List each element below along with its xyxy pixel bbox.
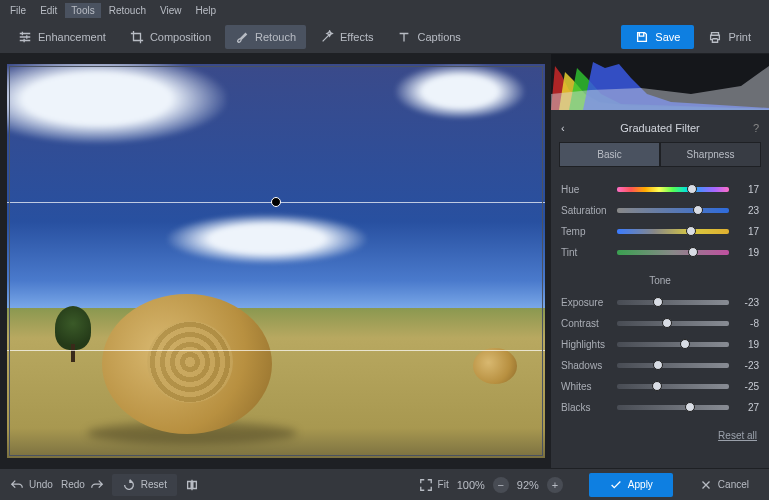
slider-thumb[interactable]	[686, 226, 696, 236]
slider-thumb[interactable]	[688, 247, 698, 257]
compare-icon	[185, 478, 199, 492]
slider-label: Shadows	[561, 360, 611, 371]
slider-value: 17	[735, 184, 759, 195]
slider-value: 17	[735, 226, 759, 237]
menu-view[interactable]: View	[154, 3, 188, 18]
slider-thumb[interactable]	[653, 360, 663, 370]
slider-thumb[interactable]	[687, 184, 697, 194]
slider-exposure: Exposure-23	[561, 292, 759, 313]
effects-tab[interactable]: Effects	[310, 25, 383, 49]
side-panel: ‹ Graduated Filter ? BasicSharpness Hue1…	[551, 54, 769, 468]
retouch-label: Retouch	[255, 31, 296, 43]
redo-button[interactable]: Redo	[61, 478, 104, 492]
captions-tab[interactable]: Captions	[387, 25, 470, 49]
slider-thumb[interactable]	[693, 205, 703, 215]
slider-track[interactable]	[617, 300, 729, 305]
menu-edit[interactable]: Edit	[34, 3, 63, 18]
save-button[interactable]: Save	[621, 25, 694, 49]
composition-tab[interactable]: Composition	[120, 25, 221, 49]
help-button[interactable]: ?	[753, 122, 759, 134]
reset-icon	[122, 478, 136, 492]
zoom-in-button[interactable]: +	[547, 477, 563, 493]
histogram[interactable]	[551, 54, 769, 110]
cancel-button[interactable]: Cancel	[687, 473, 761, 497]
slider-value: 19	[735, 339, 759, 350]
slider-track[interactable]	[617, 363, 729, 368]
back-button[interactable]: ‹	[561, 122, 565, 134]
slider-value: -23	[735, 297, 759, 308]
panel-tabs: BasicSharpness	[559, 142, 761, 167]
slider-label: Tint	[561, 247, 611, 258]
save-label: Save	[655, 31, 680, 43]
crop-icon	[130, 30, 144, 44]
brush-icon	[235, 30, 249, 44]
slider-saturation: Saturation23	[561, 200, 759, 221]
reset-label: Reset	[141, 479, 167, 490]
slider-track[interactable]	[617, 187, 729, 192]
tab-basic[interactable]: Basic	[559, 142, 660, 167]
slider-track[interactable]	[617, 250, 729, 255]
slider-shadows: Shadows-23	[561, 355, 759, 376]
slider-label: Hue	[561, 184, 611, 195]
print-icon	[708, 30, 722, 44]
slider-track[interactable]	[617, 229, 729, 234]
fit-label: Fit	[438, 479, 449, 490]
text-icon	[397, 30, 411, 44]
tab-sharpness[interactable]: Sharpness	[660, 142, 761, 167]
redo-icon	[90, 478, 104, 492]
slider-thumb[interactable]	[680, 339, 690, 349]
slider-track[interactable]	[617, 342, 729, 347]
undo-button[interactable]: Undo	[10, 478, 53, 492]
image-preview[interactable]	[7, 64, 545, 458]
cancel-label: Cancel	[718, 479, 749, 490]
compare-button[interactable]	[185, 478, 199, 492]
save-icon	[635, 30, 649, 44]
zoom-out-button[interactable]: −	[493, 477, 509, 493]
slider-thumb[interactable]	[662, 318, 672, 328]
slider-label: Temp	[561, 226, 611, 237]
slider-track[interactable]	[617, 405, 729, 410]
menu-file[interactable]: File	[4, 3, 32, 18]
slider-thumb[interactable]	[653, 297, 663, 307]
slider-value: -23	[735, 360, 759, 371]
panel-title: ‹ Graduated Filter ?	[551, 114, 769, 142]
undo-icon	[10, 478, 24, 492]
slider-thumb[interactable]	[652, 381, 662, 391]
retouch-tab[interactable]: Retouch	[225, 25, 306, 49]
slider-track[interactable]	[617, 321, 729, 326]
apply-button[interactable]: Apply	[589, 473, 673, 497]
print-button[interactable]: Print	[698, 25, 761, 49]
menu-help[interactable]: Help	[189, 3, 222, 18]
zoom-100[interactable]: 100%	[457, 479, 485, 491]
reset-button[interactable]: Reset	[112, 474, 177, 496]
slider-value: 23	[735, 205, 759, 216]
tone-header: Tone	[551, 275, 769, 286]
slider-label: Whites	[561, 381, 611, 392]
slider-value: 19	[735, 247, 759, 258]
reset-all-link[interactable]: Reset all	[551, 424, 769, 445]
slider-track[interactable]	[617, 384, 729, 389]
canvas-area[interactable]	[0, 54, 551, 468]
slider-contrast: Contrast-8	[561, 313, 759, 334]
apply-label: Apply	[628, 479, 653, 490]
slider-blacks: Blacks27	[561, 397, 759, 418]
slider-value: -25	[735, 381, 759, 392]
slider-highlights: Highlights19	[561, 334, 759, 355]
menu-retouch[interactable]: Retouch	[103, 3, 152, 18]
close-icon	[699, 478, 713, 492]
fit-button[interactable]: Fit	[419, 478, 449, 492]
slider-whites: Whites-25	[561, 376, 759, 397]
effects-label: Effects	[340, 31, 373, 43]
captions-label: Captions	[417, 31, 460, 43]
gradient-handle[interactable]	[271, 197, 281, 207]
slider-thumb[interactable]	[685, 402, 695, 412]
slider-label: Saturation	[561, 205, 611, 216]
fit-icon	[419, 478, 433, 492]
enhancement-tab[interactable]: Enhancement	[8, 25, 116, 49]
slider-label: Contrast	[561, 318, 611, 329]
menu-tools[interactable]: Tools	[65, 3, 100, 18]
slider-track[interactable]	[617, 208, 729, 213]
slider-value: -8	[735, 318, 759, 329]
footer: Undo Redo Reset Fit 100% − 92% + Apply	[0, 468, 769, 500]
gradient-line-bottom[interactable]	[7, 350, 545, 351]
